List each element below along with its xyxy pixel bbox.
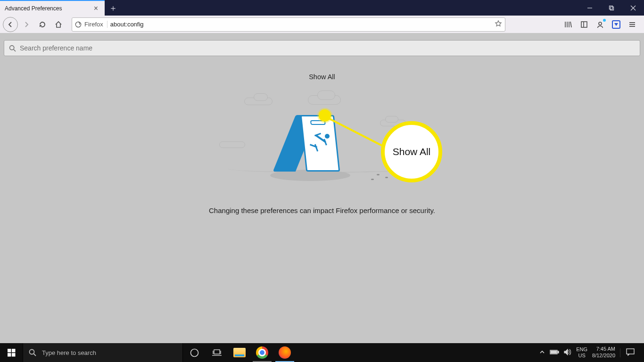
language-indicator[interactable]: ENG US bbox=[576, 346, 587, 359]
svg-point-12 bbox=[599, 22, 602, 25]
svg-rect-30 bbox=[558, 351, 559, 353]
svg-rect-10 bbox=[581, 22, 587, 27]
identity-label: Firefox bbox=[84, 21, 103, 28]
pref-search-row bbox=[4, 40, 640, 56]
svg-rect-31 bbox=[551, 351, 557, 353]
svg-rect-25 bbox=[214, 350, 220, 354]
new-tab-button[interactable]: ＋ bbox=[105, 0, 122, 16]
show-all-link[interactable]: Show All bbox=[309, 73, 335, 81]
svg-rect-1 bbox=[610, 6, 613, 9]
tray-overflow-icon[interactable] bbox=[539, 349, 545, 356]
annotation-callout: Show All bbox=[381, 121, 442, 182]
system-tray: ENG US 7:45 AM 8/12/2020 bbox=[536, 343, 644, 362]
svg-point-24 bbox=[190, 349, 198, 356]
svg-line-9 bbox=[570, 22, 571, 27]
window-close-button[interactable] bbox=[622, 0, 644, 16]
annotation-dot bbox=[319, 109, 331, 122]
caution-illustration bbox=[256, 95, 388, 185]
home-button[interactable] bbox=[51, 17, 66, 32]
account-icon[interactable] bbox=[593, 17, 607, 32]
svg-rect-19 bbox=[12, 349, 16, 353]
warning-text: Changing these preferences can impact Fi… bbox=[4, 206, 640, 214]
nav-toolbar: Firefox about:config bbox=[0, 16, 644, 33]
annotation-label: Show All bbox=[393, 146, 431, 157]
svg-line-23 bbox=[34, 354, 36, 356]
svg-rect-2 bbox=[611, 7, 614, 10]
start-button[interactable] bbox=[0, 343, 23, 362]
firefox-app[interactable] bbox=[273, 343, 296, 362]
downloads-icon[interactable] bbox=[609, 17, 623, 32]
svg-rect-18 bbox=[8, 349, 11, 353]
clock-time: 7:45 AM bbox=[592, 346, 615, 353]
library-icon[interactable] bbox=[561, 17, 575, 32]
url-text: about:config bbox=[110, 21, 492, 28]
svg-rect-20 bbox=[8, 353, 11, 357]
svg-rect-32 bbox=[627, 349, 634, 354]
page-content: Show All Changing these preferences can … bbox=[0, 33, 644, 343]
taskbar-search[interactable]: Type here to search bbox=[23, 343, 183, 362]
back-button[interactable] bbox=[3, 17, 18, 32]
search-icon bbox=[9, 45, 16, 52]
reload-button[interactable] bbox=[35, 17, 50, 32]
browser-tab[interactable]: Advanced Preferences × bbox=[0, 0, 105, 16]
svg-point-22 bbox=[30, 350, 34, 354]
tab-close-icon[interactable]: × bbox=[92, 4, 100, 13]
lang-line2: US bbox=[576, 353, 587, 359]
window-controls bbox=[579, 0, 644, 16]
tab-strip: Advanced Preferences × ＋ bbox=[0, 0, 644, 16]
volume-icon[interactable] bbox=[564, 349, 571, 357]
app-menu-icon[interactable] bbox=[625, 17, 639, 32]
clock[interactable]: 7:45 AM 8/12/2020 bbox=[592, 346, 615, 359]
toolbar-right bbox=[561, 17, 639, 32]
windows-taskbar: Type here to search ENG US 7:45 AM 8/12/… bbox=[0, 343, 644, 362]
sidebar-icon[interactable] bbox=[577, 17, 591, 32]
cortana-icon[interactable] bbox=[183, 343, 206, 362]
taskbar-search-placeholder: Type here to search bbox=[42, 349, 96, 356]
svg-line-17 bbox=[14, 49, 16, 51]
file-explorer-app[interactable] bbox=[228, 343, 251, 362]
forward-button[interactable] bbox=[19, 17, 34, 32]
address-bar[interactable]: Firefox about:config bbox=[72, 17, 505, 32]
identity-box[interactable]: Firefox bbox=[75, 21, 107, 28]
bookmark-star-icon[interactable] bbox=[495, 20, 502, 29]
action-center-icon[interactable] bbox=[620, 348, 640, 357]
firefox-icon bbox=[75, 21, 82, 28]
svg-point-5 bbox=[75, 22, 81, 27]
svg-point-16 bbox=[10, 45, 14, 49]
pref-search-input[interactable] bbox=[20, 44, 635, 52]
tab-title: Advanced Preferences bbox=[5, 5, 62, 12]
lang-line1: ENG bbox=[576, 346, 587, 353]
chrome-app[interactable] bbox=[251, 343, 273, 362]
window-maximize-button[interactable] bbox=[601, 0, 622, 16]
clock-date: 8/12/2020 bbox=[592, 353, 615, 359]
battery-icon[interactable] bbox=[550, 349, 559, 356]
svg-rect-21 bbox=[12, 353, 16, 357]
window-minimize-button[interactable] bbox=[579, 0, 601, 16]
task-view-icon[interactable] bbox=[206, 343, 228, 362]
search-icon bbox=[29, 349, 36, 356]
